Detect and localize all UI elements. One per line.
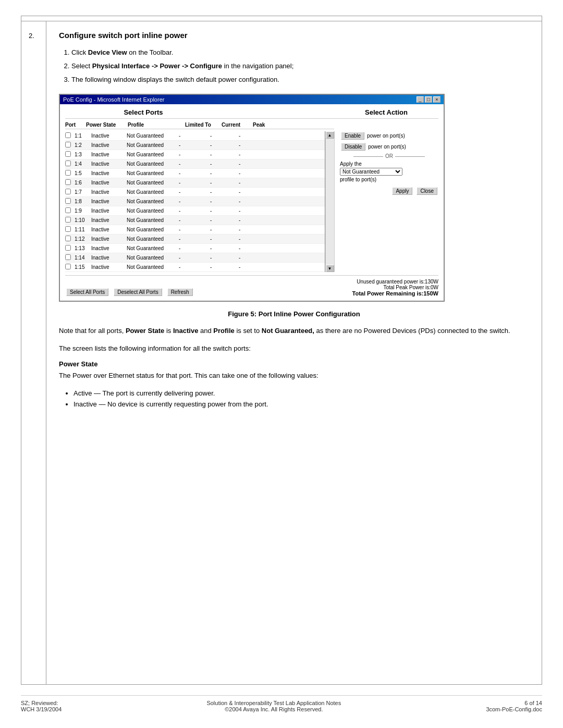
port-profile: Not Guaranteed: [127, 245, 179, 251]
scroll-down-button[interactable]: ▼: [326, 265, 334, 272]
port-checkbox[interactable]: [65, 226, 71, 232]
profile-select[interactable]: Not Guaranteed: [340, 168, 402, 176]
footer-doc-name: 3com-PoE-Config.doc: [486, 706, 542, 712]
port-checkbox[interactable]: [65, 254, 71, 260]
port-checkbox[interactable]: [65, 170, 71, 176]
port-checkbox[interactable]: [65, 207, 71, 213]
restore-button[interactable]: □: [425, 96, 432, 103]
poe-body: 1:1 Inactive Not Guaranteed - - - 1:2 In…: [65, 131, 438, 272]
port-state: Inactive: [91, 180, 127, 186]
disable-button[interactable]: Disable: [341, 143, 365, 151]
footer-right: 6 of 14 3com-PoE-Config.doc: [486, 700, 542, 712]
port-current: -: [210, 255, 239, 261]
col-profile-header: Profile: [128, 122, 185, 128]
select-all-button[interactable]: Select All Ports: [66, 288, 108, 296]
section-number: 2.: [21, 21, 46, 685]
port-checkbox[interactable]: [65, 132, 71, 138]
port-limited: -: [179, 245, 210, 251]
port-profile: Not Guaranteed: [127, 142, 179, 148]
port-limited: -: [179, 217, 210, 223]
action-buttons: Apply Close: [340, 187, 438, 195]
footer-reviewer: SZ; Reviewed:: [21, 700, 62, 706]
instructions-block: Click Device View on the Toolbar. Select…: [59, 47, 529, 85]
port-profile: Not Guaranteed: [127, 180, 179, 186]
port-peak: -: [239, 217, 260, 223]
port-checkbox[interactable]: [65, 198, 71, 204]
port-checkbox[interactable]: [65, 236, 71, 241]
port-id: 1:1: [75, 133, 91, 139]
table-row: 1:1 Inactive Not Guaranteed - - -: [65, 131, 325, 141]
port-checkbox[interactable]: [65, 264, 71, 269]
table-row: 1:10 Inactive Not Guaranteed - - -: [65, 216, 325, 225]
port-profile: Not Guaranteed: [127, 199, 179, 204]
port-checkbox[interactable]: [65, 142, 71, 147]
section-title: Configure switch port inline power: [59, 31, 529, 40]
port-checkbox[interactable]: [65, 179, 71, 185]
power-state-bullets: Active — The port is currently deliverin…: [74, 388, 529, 410]
port-id: 1:5: [75, 170, 91, 176]
port-state: Inactive: [91, 142, 127, 148]
scroll-up-button[interactable]: ▲: [326, 131, 334, 139]
port-current: -: [210, 245, 239, 251]
port-peak: -: [239, 255, 260, 261]
footer-lab: Solution & Interoperability Test Lab App…: [206, 700, 341, 706]
port-limited: -: [179, 199, 210, 204]
col-port-header: Port: [65, 122, 86, 128]
port-profile: Not Guaranteed: [127, 161, 179, 167]
port-id: 1:3: [75, 152, 91, 157]
port-state: Inactive: [91, 227, 127, 232]
apply-the-label: Apply the: [340, 161, 438, 167]
close-button[interactable]: ×: [433, 96, 440, 103]
peak-power-stat: Total Peak Power is:0W: [352, 285, 438, 290]
deselect-all-button[interactable]: Deselect All Ports: [114, 288, 162, 296]
port-current: -: [210, 170, 239, 176]
disable-suffix: power on port(s): [368, 144, 406, 150]
power-state-title: Power State: [59, 360, 529, 368]
port-peak: -: [239, 264, 260, 270]
port-state: Inactive: [91, 133, 127, 139]
step-1: Click Device View on the Toolbar.: [71, 47, 529, 58]
port-limited: -: [179, 170, 210, 176]
minimize-button[interactable]: _: [417, 96, 424, 103]
port-peak: -: [239, 189, 260, 195]
enable-button[interactable]: Enable: [341, 132, 364, 140]
port-checkbox[interactable]: [65, 151, 71, 157]
power-stats: Unused guaranteed power is:130W Total Pe…: [352, 279, 438, 297]
col-state-header: Power State: [86, 122, 128, 128]
port-id: 1:10: [75, 217, 91, 223]
port-checkbox[interactable]: [65, 189, 71, 194]
table-row: 1:6 Inactive Not Guaranteed - - -: [65, 178, 325, 188]
port-current: -: [210, 189, 239, 195]
port-peak: -: [239, 208, 260, 214]
page-footer: SZ; Reviewed: WCH 3/19/2004 Solution & I…: [21, 695, 542, 712]
port-peak: -: [239, 152, 260, 157]
port-checkbox[interactable]: [65, 217, 71, 223]
port-profile: Not Guaranteed: [127, 217, 179, 223]
port-id: 1:12: [75, 236, 91, 242]
total-power-stat: Total Power Remaining is:150W: [352, 290, 438, 297]
refresh-button[interactable]: Refresh: [167, 288, 193, 296]
scrollbar[interactable]: ▲ ▼: [325, 131, 334, 272]
table-row: 1:3 Inactive Not Guaranteed - - -: [65, 150, 325, 159]
port-state: Inactive: [91, 264, 127, 270]
poe-footer: Select All Ports Deselect All Ports Refr…: [65, 275, 438, 297]
close-window-button[interactable]: Close: [417, 187, 437, 195]
port-peak: -: [239, 227, 260, 232]
ie-titlebar: PoE Config - Microsoft Internet Explorer…: [60, 95, 444, 104]
port-id: 1:9: [75, 208, 91, 214]
select-ports-label: Select Ports: [124, 108, 163, 116]
port-state: Inactive: [91, 170, 127, 176]
port-current: -: [210, 236, 239, 242]
footer-copyright: ©2004 Avaya Inc. All Rights Reserved.: [206, 706, 341, 712]
port-limited: -: [179, 161, 210, 167]
table-row: 1:11 Inactive Not Guaranteed - - -: [65, 225, 325, 235]
port-profile: Not Guaranteed: [127, 133, 179, 139]
port-id: 1:8: [75, 199, 91, 204]
ie-window-controls[interactable]: _ □ ×: [417, 96, 440, 103]
table-row: 1:7 Inactive Not Guaranteed - - -: [65, 188, 325, 197]
port-state: Inactive: [91, 208, 127, 214]
port-checkbox[interactable]: [65, 245, 71, 251]
port-peak: -: [239, 161, 260, 167]
apply-button[interactable]: Apply: [392, 187, 412, 195]
port-checkbox[interactable]: [65, 161, 71, 166]
